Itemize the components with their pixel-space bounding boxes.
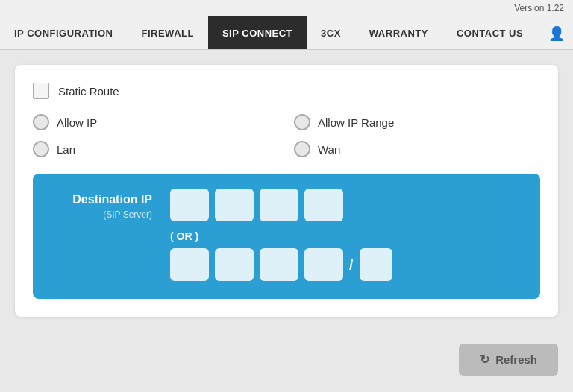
destination-ip-subtitle: (SIP Server) xyxy=(103,209,152,220)
or-label: ( OR ) xyxy=(170,230,525,242)
radio-options: Allow IP Allow IP Range Lan Wan xyxy=(33,114,540,157)
user-icon-button[interactable]: 👤 xyxy=(537,16,573,49)
radio-allow-ip-range[interactable]: Allow IP Range xyxy=(294,114,540,130)
refresh-label: Refresh xyxy=(495,353,537,366)
tab-contact-us[interactable]: CONTACT US xyxy=(442,16,537,49)
main-content: Static Route Allow IP Allow IP Range Lan… xyxy=(0,50,573,332)
allow-ip-range-label: Allow IP Range xyxy=(318,116,394,129)
ip-fields-row-2: / xyxy=(170,248,525,281)
lan-radio[interactable] xyxy=(33,141,49,157)
destination-label-col: Destination IP (SIP Server) xyxy=(48,189,152,220)
allow-ip-radio[interactable] xyxy=(33,114,49,130)
lan-label: Lan xyxy=(57,143,75,156)
ip-octet-2[interactable] xyxy=(215,189,254,221)
ip2-octet-2[interactable] xyxy=(215,248,254,281)
tab-warranty[interactable]: WARRANTY xyxy=(355,16,442,49)
settings-card: Static Route Allow IP Allow IP Range Lan… xyxy=(15,65,558,317)
ip-octet-1[interactable] xyxy=(170,189,209,221)
tab-3cx[interactable]: 3CX xyxy=(307,16,355,49)
prefix-length[interactable] xyxy=(360,248,392,281)
allow-ip-range-radio[interactable] xyxy=(294,114,310,130)
radio-wan[interactable]: Wan xyxy=(294,141,540,157)
ip-fields-row-1 xyxy=(170,189,343,221)
ip2-octet-4[interactable] xyxy=(304,248,343,281)
ip-octet-3[interactable] xyxy=(260,189,298,221)
static-route-row: Static Route xyxy=(33,83,540,99)
destination-ip-title: Destination IP xyxy=(72,193,152,206)
static-route-label: Static Route xyxy=(58,85,119,98)
user-icon: 👤 xyxy=(548,25,566,42)
allow-ip-label: Allow IP xyxy=(57,116,97,129)
destination-panel: Destination IP (SIP Server) ( OR ) / xyxy=(33,174,540,299)
ip2-octet-1[interactable] xyxy=(170,248,209,281)
refresh-button[interactable]: ↻ Refresh xyxy=(459,344,558,376)
nav-bar: IP CONFIGURATION FIREWALL SIP CONNECT 3C… xyxy=(0,16,573,50)
tab-ip-configuration[interactable]: IP CONFIGURATION xyxy=(0,16,127,49)
static-route-checkbox[interactable] xyxy=(33,83,49,99)
footer-bar: ↻ Refresh xyxy=(0,332,573,388)
ip2-octet-3[interactable] xyxy=(260,248,298,281)
ip-octet-4[interactable] xyxy=(304,189,343,221)
tab-firewall[interactable]: FIREWALL xyxy=(127,16,207,49)
version-text: Version 1.22 xyxy=(514,3,564,13)
wan-label: Wan xyxy=(318,143,340,156)
slash-divider: / xyxy=(349,256,354,274)
tab-sip-connect[interactable]: SIP CONNECT xyxy=(208,16,307,49)
wan-radio[interactable] xyxy=(294,141,310,157)
version-bar: Version 1.22 xyxy=(0,0,573,16)
radio-allow-ip[interactable]: Allow IP xyxy=(33,114,279,130)
refresh-icon: ↻ xyxy=(480,353,489,367)
radio-lan[interactable]: Lan xyxy=(33,141,279,157)
destination-header: Destination IP (SIP Server) xyxy=(48,189,525,221)
